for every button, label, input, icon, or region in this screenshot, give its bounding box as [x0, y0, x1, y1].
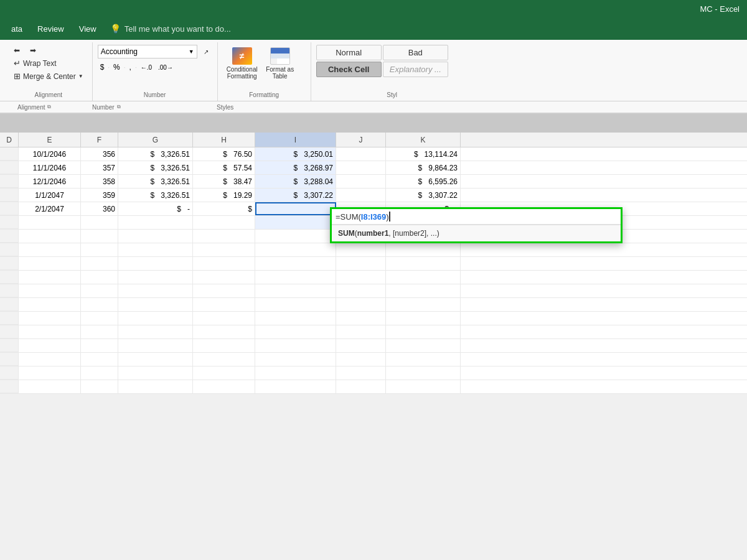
lightbulb-icon: 💡	[110, 24, 121, 34]
cell-k3[interactable]: $ 6,595.26	[386, 175, 461, 188]
cell-k2[interactable]: $ 9,864.23	[386, 161, 461, 174]
table-row	[0, 271, 747, 284]
cell-g5[interactable]: $ -	[118, 202, 193, 215]
col-header-g: G	[118, 133, 193, 147]
tell-me-text: Tell me what you want to do...	[125, 24, 231, 34]
format-as-table-btn[interactable]: Format asTable	[261, 45, 299, 82]
cell-h1[interactable]: $ 76.50	[193, 147, 255, 161]
menu-bar: ata Review View 💡 Tell me what you want …	[0, 17, 747, 40]
indent-right-icon: ➡	[30, 46, 36, 55]
style-normal-label: Normal	[336, 48, 362, 57]
alignment-label-item[interactable]: Alignment ⧉	[5, 101, 80, 113]
merge-dropdown-icon: ▼	[78, 73, 83, 79]
style-check-label: Check Cell	[328, 65, 369, 74]
merge-center-btn[interactable]: ⊞ Merge & Center ▼	[10, 70, 87, 82]
cell-g2[interactable]: $ 3,326.51	[118, 161, 193, 174]
style-bad-btn[interactable]: Bad	[383, 45, 448, 60]
table-row: 11/1/2046 357 $ 3,326.51 $ 57.54 $ 3,268…	[0, 161, 747, 175]
cell-k1[interactable]: $ 13,114.24	[386, 147, 461, 161]
comma-btn[interactable]: ,	[127, 62, 134, 72]
number-label-item[interactable]: Number ⧉	[80, 101, 204, 113]
style-normal-btn[interactable]: Normal	[316, 45, 382, 60]
cell-i1[interactable]: $ 3,250.01	[255, 147, 336, 161]
cell-h5[interactable]: $	[193, 202, 255, 215]
cell-e4[interactable]: 1/1/2047	[19, 189, 81, 202]
cell-f2[interactable]: 357	[81, 161, 118, 174]
title-bar: MC - Excel	[0, 0, 747, 17]
percent-btn[interactable]: %	[111, 62, 123, 72]
title-text: MC - Excel	[700, 4, 740, 14]
gray-area	[0, 114, 747, 133]
formula-popup[interactable]: =SUM(I8:I369) SUM(number1, [number2], ..…	[330, 207, 622, 243]
cell-i3[interactable]: $ 3,288.04	[255, 175, 336, 188]
formula-sum-text: SUM(	[341, 212, 361, 222]
cell-h2[interactable]: $ 57.54	[193, 161, 255, 174]
styles-group-label: Styl	[311, 91, 473, 98]
cell-f4[interactable]: 359	[81, 189, 118, 202]
menu-review[interactable]: Review	[31, 22, 70, 36]
indent-right-btn[interactable]: ➡	[26, 45, 40, 56]
tooltip-arg1: number1	[357, 229, 389, 238]
cell-i4[interactable]: $ 3,307.22	[255, 189, 336, 202]
cell-f1[interactable]: 356	[81, 147, 118, 161]
styles-group: Normal Bad Check Cell Explanatory ... St…	[311, 42, 473, 101]
table-row: 12/1/2046 358 $ 3,326.51 $ 38.47 $ 3,288…	[0, 175, 747, 189]
number-label-text: Number	[92, 104, 115, 111]
cell-k4[interactable]: $ 3,307.22	[386, 189, 461, 202]
cell-j2[interactable]	[336, 161, 386, 174]
cell-j1[interactable]	[336, 147, 386, 161]
cell-g3[interactable]: $ 3,326.51	[118, 175, 193, 188]
conditional-formatting-btn[interactable]: ≠ ConditionalFormatting	[223, 45, 261, 82]
cell-g4[interactable]: $ 3,326.51	[118, 189, 193, 202]
number-expand-btn[interactable]: ↗	[200, 47, 212, 57]
table-row	[0, 380, 747, 394]
conditional-icon: ≠	[232, 47, 252, 65]
row-header-1	[0, 147, 19, 161]
wrap-text-btn[interactable]: ↵ Wrap Text	[10, 57, 60, 69]
menu-ata[interactable]: ata	[5, 22, 29, 36]
dec-decrease-btn[interactable]: ←.0	[138, 63, 154, 72]
cell-g1[interactable]: $ 3,326.51	[118, 147, 193, 161]
cell-e5[interactable]: 2/1/2047	[19, 202, 81, 215]
table-row: 1/1/2047 359 $ 3,326.51 $ 19.29 $ 3,307.…	[0, 189, 747, 202]
cell-j3[interactable]	[336, 175, 386, 188]
cell-e2[interactable]: 11/1/2046	[19, 161, 81, 174]
conditional-label: ConditionalFormatting	[227, 66, 258, 80]
format-table-label: Format asTable	[266, 66, 294, 80]
wrap-text-label: Wrap Text	[23, 59, 57, 68]
cell-e3[interactable]: 12/1/2046	[19, 175, 81, 188]
cell-f3[interactable]: 358	[81, 175, 118, 188]
number-format-value: Accounting	[101, 47, 138, 56]
style-explanatory-btn[interactable]: Explanatory ...	[383, 62, 448, 77]
menu-view[interactable]: View	[73, 22, 103, 36]
cell-j4[interactable]	[336, 189, 386, 202]
row-header-5	[0, 202, 19, 215]
cell-i2[interactable]: $ 3,268.97	[255, 161, 336, 174]
cell-i5-active[interactable]	[255, 202, 336, 215]
cell-h4[interactable]: $ 19.29	[193, 189, 255, 202]
styles-grid: Normal Bad Check Cell Explanatory ...	[316, 45, 448, 88]
number-format-select[interactable]: Accounting ▼	[98, 45, 197, 58]
col-header-d: D	[0, 133, 19, 147]
cell-f5[interactable]: 360	[81, 202, 118, 215]
table-row	[0, 257, 747, 271]
formula-input-area[interactable]: =SUM(I8:I369)	[332, 209, 621, 225]
number-group: Accounting ▼ ↗ $ · % · , · ←.0 .00→ Numb…	[93, 42, 218, 101]
dec-increase-btn[interactable]: .00→	[156, 63, 176, 72]
styles-label-item[interactable]: Styles	[204, 101, 366, 113]
table-row	[0, 243, 747, 257]
style-explanatory-label: Explanatory ...	[390, 65, 441, 74]
indent-left-btn[interactable]: ⬅	[10, 45, 24, 56]
sep2: ·	[124, 64, 126, 71]
cell-e1[interactable]: 10/1/2046	[19, 147, 81, 161]
tell-me-bar[interactable]: 💡 Tell me what you want to do...	[110, 24, 231, 34]
formatting-group: ≠ ConditionalFormatting Format asTable F…	[218, 42, 311, 101]
indent-left-icon: ⬅	[14, 46, 20, 55]
sep1: ·	[108, 64, 110, 71]
styles-label-text: Styles	[217, 104, 233, 111]
dollar-btn[interactable]: $	[98, 62, 107, 72]
cell-h3[interactable]: $ 38.47	[193, 175, 255, 188]
style-check-btn[interactable]: Check Cell	[316, 62, 382, 77]
tooltip-comma: , [number2], ...)	[388, 229, 439, 238]
table-row	[0, 312, 747, 325]
